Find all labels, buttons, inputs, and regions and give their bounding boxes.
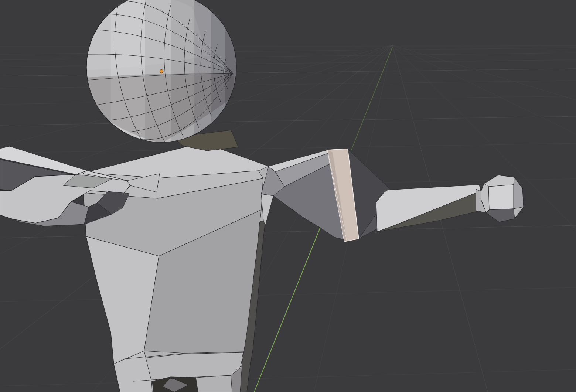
viewport-canvas[interactable] bbox=[0, 0, 576, 392]
3d-viewport[interactable] bbox=[0, 0, 576, 392]
mesh-face[interactable] bbox=[488, 185, 514, 210]
active-vertex[interactable] bbox=[160, 70, 163, 73]
